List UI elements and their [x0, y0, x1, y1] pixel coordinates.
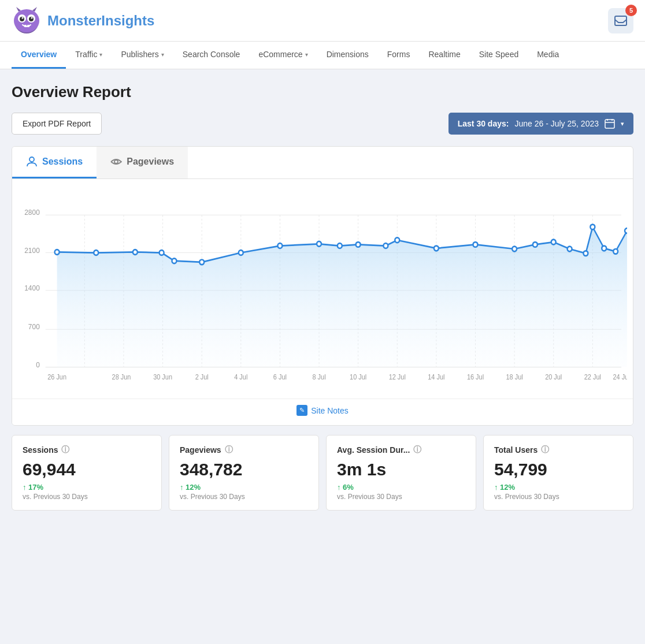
site-notes-area: ✎ Site Notes — [12, 399, 633, 425]
stat-change-pageviews: ↑ 12% — [180, 483, 308, 492]
logo-mascot — [12, 6, 42, 36]
stat-vs-sessions: vs. Previous 30 Days — [23, 493, 151, 501]
site-notes-button[interactable]: ✎ Site Notes — [296, 405, 349, 416]
stat-title-total-users: Total Users ⓘ — [494, 445, 622, 455]
calendar-icon — [605, 118, 615, 129]
svg-point-65 — [613, 249, 618, 254]
svg-point-61 — [568, 247, 572, 252]
svg-point-59 — [533, 242, 538, 247]
svg-point-6 — [22, 17, 24, 18]
nav-item-dimensions[interactable]: Dimensions — [317, 42, 378, 69]
toolbar: Export PDF Report Last 30 days: June 26 … — [12, 113, 633, 135]
stat-value-pageviews: 348,782 — [180, 460, 308, 479]
stat-title-pageviews: Pageviews ⓘ — [180, 445, 308, 455]
svg-point-1 — [14, 9, 39, 32]
logo-area: MonsterInsights — [12, 6, 154, 36]
nav-item-ecommerce[interactable]: eCommerce ▾ — [249, 42, 317, 69]
svg-point-44 — [94, 250, 98, 255]
svg-text:22 Jul: 22 Jul — [584, 374, 601, 381]
svg-point-45 — [133, 250, 138, 255]
chevron-down-icon: ▾ — [305, 51, 308, 58]
stat-vs-avg-session: vs. Previous 30 Days — [337, 493, 465, 501]
svg-text:2100: 2100 — [24, 246, 40, 255]
stat-vs-total-users: vs. Previous 30 Days — [494, 493, 622, 501]
nav-item-overview[interactable]: Overview — [12, 42, 66, 69]
chart-container: Sessions Pageviews — [12, 146, 633, 426]
date-range-value: June 26 - July 25, 2023 — [514, 119, 599, 128]
svg-text:28 Jun: 28 Jun — [112, 374, 131, 381]
svg-point-62 — [583, 251, 588, 256]
header-right: 5 — [608, 8, 633, 33]
info-icon-pageviews[interactable]: ⓘ — [225, 445, 233, 455]
svg-point-7 — [31, 17, 33, 18]
svg-point-51 — [317, 241, 321, 247]
svg-point-46 — [160, 250, 164, 255]
stat-vs-pageviews: vs. Previous 30 Days — [180, 493, 308, 501]
svg-text:2 Jul: 2 Jul — [195, 374, 209, 381]
stat-change-avg-session: ↑ 6% — [337, 483, 465, 492]
svg-text:10 Jul: 10 Jul — [350, 374, 366, 381]
svg-text:16 Jul: 16 Jul — [467, 374, 484, 381]
stat-card-pageviews: Pageviews ⓘ 348,782 ↑ 12% vs. Previous 3… — [169, 435, 319, 511]
date-range-button[interactable]: Last 30 days: June 26 - July 25, 2023 ▾ — [448, 113, 633, 135]
svg-rect-11 — [27, 25, 29, 27]
site-notes-label: Site Notes — [311, 406, 349, 415]
page-title: Overview Report — [12, 83, 633, 101]
notification-badge: 5 — [625, 5, 637, 16]
svg-text:30 Jun: 30 Jun — [153, 374, 172, 381]
svg-point-54 — [383, 243, 388, 248]
nav-item-site-speed[interactable]: Site Speed — [470, 42, 528, 69]
info-icon-sessions[interactable]: ⓘ — [61, 445, 69, 455]
svg-point-17 — [29, 157, 34, 162]
nav-item-realtime[interactable]: Realtime — [419, 42, 469, 69]
header: MonsterInsights 5 — [0, 0, 645, 42]
nav-item-media[interactable]: Media — [528, 42, 568, 69]
stat-title-sessions: Sessions ⓘ — [23, 445, 151, 455]
logo-part1: Monster — [47, 13, 101, 28]
svg-point-18 — [114, 160, 118, 163]
main-nav: Overview Traffic ▾ Publishers ▾ Search C… — [0, 42, 645, 69]
svg-text:6 Jul: 6 Jul — [273, 374, 287, 381]
stat-value-avg-session: 3m 1s — [337, 460, 465, 479]
date-range-prefix: Last 30 days: — [458, 119, 509, 128]
svg-point-66 — [625, 228, 627, 233]
notification-button[interactable]: 5 — [608, 8, 633, 33]
svg-rect-10 — [24, 25, 27, 27]
export-pdf-button[interactable]: Export PDF Report — [12, 113, 102, 135]
svg-rect-13 — [605, 120, 614, 128]
stat-card-sessions: Sessions ⓘ 69,944 ↑ 17% vs. Previous 30 … — [12, 435, 162, 511]
tab-pageviews[interactable]: Pageviews — [97, 147, 188, 178]
stat-value-sessions: 69,944 — [23, 460, 151, 479]
svg-point-49 — [239, 250, 243, 255]
svg-text:20 Jul: 20 Jul — [545, 374, 562, 381]
main-content: Overview Report Export PDF Report Last 3… — [0, 69, 645, 524]
eye-icon — [110, 156, 122, 167]
svg-point-47 — [172, 258, 176, 263]
pencil-icon: ✎ — [296, 405, 307, 416]
svg-text:14 Jul: 14 Jul — [428, 374, 444, 381]
svg-point-55 — [395, 237, 399, 243]
inbox-icon — [614, 16, 627, 26]
info-icon-total-users[interactable]: ⓘ — [541, 445, 549, 455]
chevron-down-icon: ▾ — [99, 51, 102, 58]
nav-item-search-console[interactable]: Search Console — [173, 42, 250, 69]
svg-point-50 — [277, 243, 282, 248]
chart-body: 0 700 1400 2100 2800 — [12, 179, 633, 399]
svg-text:1400: 1400 — [24, 284, 40, 292]
stat-change-total-users: ↑ 12% — [494, 483, 622, 492]
svg-point-57 — [473, 242, 478, 247]
svg-point-64 — [602, 246, 606, 251]
logo-text: MonsterInsights — [47, 13, 154, 29]
person-icon — [26, 156, 38, 167]
nav-item-forms[interactable]: Forms — [378, 42, 420, 69]
nav-item-traffic[interactable]: Traffic ▾ — [66, 42, 112, 69]
svg-text:8 Jul: 8 Jul — [312, 374, 325, 381]
chevron-down-icon: ▾ — [161, 51, 164, 58]
svg-text:18 Jul: 18 Jul — [506, 374, 523, 381]
nav-item-publishers[interactable]: Publishers ▾ — [112, 42, 173, 69]
info-icon-avg-session[interactable]: ⓘ — [413, 445, 421, 455]
svg-text:700: 700 — [28, 323, 40, 332]
stat-card-total-users: Total Users ⓘ 54,799 ↑ 12% vs. Previous … — [483, 435, 633, 511]
tab-sessions[interactable]: Sessions — [12, 147, 97, 178]
stat-change-sessions: ↑ 17% — [23, 483, 151, 492]
